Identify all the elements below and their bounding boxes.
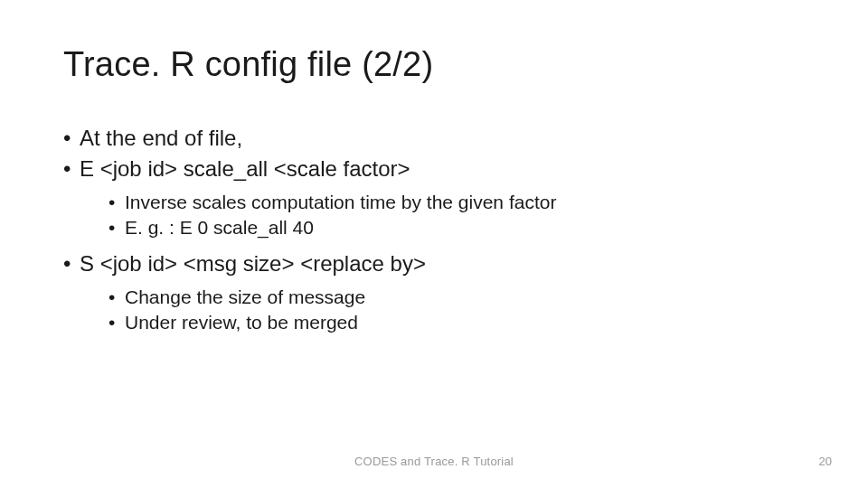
slide-title: Trace. R config file (2/2) xyxy=(63,45,805,84)
bullet-item: E <job id> scale_all <scale factor> Inve… xyxy=(63,155,805,240)
bullet-item: S <job id> <msg size> <replace by> Chang… xyxy=(63,249,805,335)
bullet-item: At the end of file, xyxy=(63,124,805,153)
sub-bullet-list: Change the size of message Under review,… xyxy=(80,285,805,336)
slide: Trace. R config file (2/2) At the end of… xyxy=(0,0,868,488)
bullet-text: E <job id> scale_all <scale factor> xyxy=(80,156,410,181)
sub-bullet-item: Under review, to be merged xyxy=(108,310,805,335)
bullet-list: At the end of file, E <job id> scale_all… xyxy=(63,124,805,336)
bullet-text: S <job id> <msg size> <replace by> xyxy=(80,251,426,276)
sub-bullet-item: Change the size of message xyxy=(108,285,805,310)
sub-bullet-item: E. g. : E 0 scale_all 40 xyxy=(108,215,805,240)
footer-text: CODES and Trace. R Tutorial xyxy=(0,455,868,468)
page-number: 20 xyxy=(819,455,832,468)
sub-bullet-list: Inverse scales computation time by the g… xyxy=(80,190,805,241)
sub-bullet-item: Inverse scales computation time by the g… xyxy=(108,190,805,215)
